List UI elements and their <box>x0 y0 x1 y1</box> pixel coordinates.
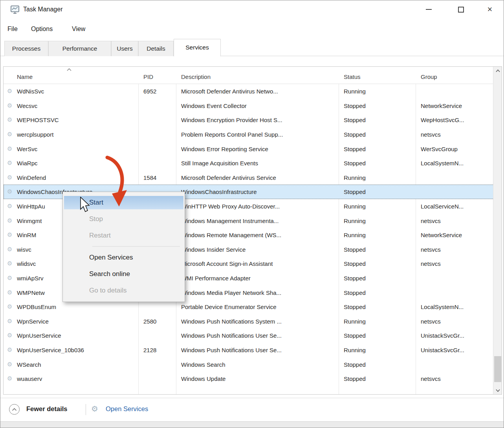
menu-file[interactable]: File <box>5 21 20 37</box>
cell-status: Stopped <box>344 117 414 123</box>
cell-status: Stopped <box>344 102 414 109</box>
menu-item-restart: Restart <box>63 227 185 244</box>
table-row[interactable]: ⚙WerSvcWindows Error Reporting ServiceSt… <box>4 141 494 156</box>
service-gear-icon: ⚙ <box>7 116 12 123</box>
tab-processes[interactable]: Processes <box>4 41 48 56</box>
menu-separator <box>92 246 180 247</box>
cell-description: Microsoft Account Sign-in Assistant <box>181 260 337 267</box>
cell-description: Windows Push Notifications System ... <box>181 318 337 324</box>
chevron-up-icon <box>12 408 17 411</box>
table-row[interactable]: ⚙wuauservWindows UpdateStoppednetsvcs <box>4 371 494 386</box>
table-row[interactable]: ⚙WinDefend1584Microsoft Defender Antivir… <box>4 170 494 185</box>
table-row[interactable]: ⚙WpnService2580Windows Push Notification… <box>4 314 494 329</box>
fewer-details-label[interactable]: Fewer details <box>26 405 68 413</box>
cell-status: Stopped <box>344 275 414 282</box>
close-button[interactable]: × <box>478 0 502 18</box>
menu-item-open-services[interactable]: Open Services <box>63 249 185 266</box>
cell-pid: 2128 <box>143 346 175 353</box>
menu-view[interactable]: View <box>70 21 88 37</box>
column-header-pid[interactable]: PID <box>143 67 153 84</box>
menu-options[interactable]: Options <box>29 21 55 37</box>
tab-details[interactable]: Details <box>138 41 174 56</box>
table-header: Name PID Description Status Group <box>4 67 494 84</box>
cell-status: Stopped <box>344 332 414 339</box>
cell-name: WerSvc <box>17 145 137 152</box>
chevron-up-icon <box>496 70 500 72</box>
footer-divider <box>86 404 86 415</box>
table-row[interactable]: ⚙WEPHOSTSVCWindows Encryption Provider H… <box>4 113 494 127</box>
service-gear-icon: ⚙ <box>7 88 12 95</box>
cell-group: UnistackSvcGr... <box>421 346 493 353</box>
tab-services[interactable]: Services <box>174 39 221 57</box>
column-header-status[interactable]: Status <box>344 67 361 84</box>
tab-users[interactable]: Users <box>111 41 138 56</box>
cell-status: Stopped <box>344 188 414 195</box>
cell-description: Still Image Acquisition Events <box>181 160 337 166</box>
cell-group: LocalSystemN... <box>421 160 493 166</box>
scroll-down-button[interactable] <box>493 386 502 394</box>
table-row[interactable]: ⚙WecsvcWindows Event CollectorStoppedNet… <box>4 99 494 113</box>
service-gear-icon: ⚙ <box>7 159 12 166</box>
fewer-details-toggle[interactable] <box>9 404 20 415</box>
table-row[interactable]: ⚙WSearchWindows SearchStopped <box>4 357 494 371</box>
open-services-link[interactable]: Open Services <box>106 405 148 413</box>
maximize-icon <box>458 7 464 13</box>
service-gear-icon: ⚙ <box>7 174 12 181</box>
service-gear-icon: ⚙ <box>7 346 12 353</box>
cell-group: netsvcs <box>421 375 493 382</box>
service-gear-icon: ⚙ <box>7 361 12 368</box>
cell-status: Stopped <box>344 246 414 252</box>
cell-group: WepHostSvcG... <box>421 117 493 123</box>
service-gear-icon: ⚙ <box>7 318 12 325</box>
table-row[interactable]: ⚙WdNisSvc6952Microsoft Defender Antiviru… <box>4 84 494 99</box>
cell-name: WSearch <box>17 361 137 368</box>
cell-group: netsvcs <box>421 260 493 267</box>
cell-name: WpnUserService <box>17 332 137 339</box>
vertical-scrollbar[interactable] <box>493 67 502 394</box>
service-gear-icon: ⚙ <box>7 131 12 138</box>
cell-description: Windows Management Instrumenta... <box>181 217 337 224</box>
cell-group: WerSvcGroup <box>421 145 493 152</box>
service-gear-icon: ⚙ <box>7 102 12 109</box>
table-row[interactable]: ⚙WiaRpcStill Image Acquisition EventsSto… <box>4 156 494 170</box>
service-gear-icon: ⚙ <box>7 375 12 382</box>
cell-description: Windows Media Player Network Sha... <box>181 289 337 296</box>
scrollbar-thumb[interactable] <box>494 356 501 382</box>
tab-performance[interactable]: Performance <box>48 41 111 56</box>
menu-item-start[interactable]: Start <box>63 194 185 211</box>
cell-name: WinDefend <box>17 174 137 181</box>
cell-status: Stopped <box>344 260 414 267</box>
cell-description: WindowsChaosInfrastructure <box>181 188 337 195</box>
cell-description: Windows Update <box>181 375 337 382</box>
cell-description: Windows Remote Management (WS... <box>181 232 337 238</box>
column-header-description[interactable]: Description <box>181 67 211 84</box>
cell-group: netsvcs <box>421 318 493 324</box>
table-row[interactable]: ⚙wercplsupportProblem Reports Control Pa… <box>4 127 494 142</box>
column-header-name[interactable]: Name <box>17 67 33 84</box>
gear-icon: ⚙ <box>91 404 98 413</box>
cell-group: netsvcs <box>421 131 493 138</box>
cell-name: WiaRpc <box>17 160 137 166</box>
table-row[interactable]: ⚙WpnUserServiceWindows Push Notification… <box>4 328 494 343</box>
cell-description: Windows Insider Service <box>181 246 337 252</box>
cell-description: WMI Performance Adapter <box>181 275 337 282</box>
cell-group: LocalSystemN... <box>421 304 493 310</box>
cell-group: netsvcs <box>421 246 493 252</box>
cell-group: NetworkService <box>421 102 493 109</box>
menu-item-search-online[interactable]: Search online <box>63 266 185 282</box>
service-gear-icon: ⚙ <box>7 217 12 224</box>
task-manager-window: Task Manager × File Options View Process… <box>0 0 504 428</box>
maximize-button[interactable] <box>449 0 473 18</box>
service-gear-icon: ⚙ <box>7 332 12 339</box>
cell-status: Stopped <box>344 145 414 152</box>
minimize-button[interactable] <box>416 0 441 18</box>
column-header-group[interactable]: Group <box>421 67 437 84</box>
cell-status: Running <box>344 346 414 353</box>
scroll-up-button[interactable] <box>493 67 502 75</box>
cell-description: Windows Search <box>181 361 337 368</box>
cell-description: Windows Event Collector <box>181 102 337 109</box>
cell-name: WpnUserService_10b036 <box>17 346 137 353</box>
table-row[interactable]: ⚙WpnUserService_10b0362128Windows Push N… <box>4 343 494 357</box>
cell-pid: 6952 <box>143 88 175 95</box>
cell-status: Running <box>344 232 414 238</box>
